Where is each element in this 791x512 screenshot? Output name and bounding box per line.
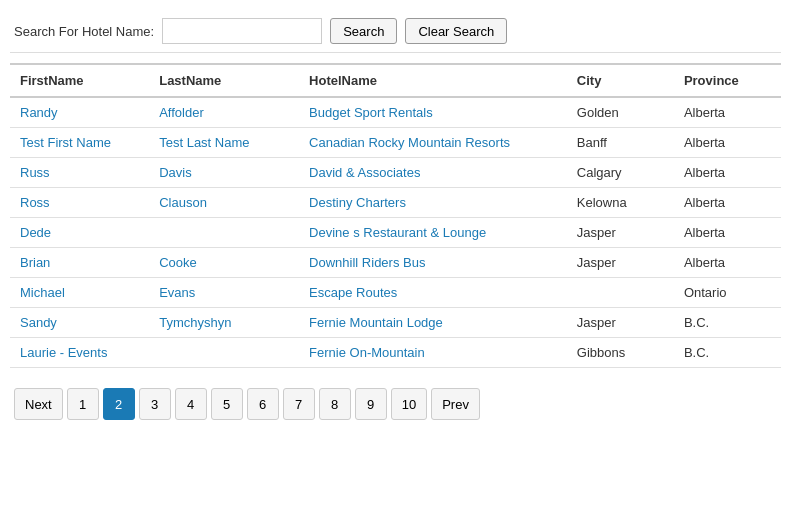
cell-province: Alberta: [674, 128, 781, 158]
table-row: Test First NameTest Last NameCanadian Ro…: [10, 128, 781, 158]
cell-province: Ontario: [674, 278, 781, 308]
cell-lastname[interactable]: Tymchyshyn: [149, 308, 299, 338]
clear-search-button[interactable]: Clear Search: [405, 18, 507, 44]
cell-hotelname[interactable]: Budget Sport Rentals: [299, 97, 567, 128]
pagination-next[interactable]: Next: [14, 388, 63, 420]
cell-province: Alberta: [674, 248, 781, 278]
col-header-firstname: FirstName: [10, 64, 149, 97]
search-input[interactable]: [162, 18, 322, 44]
cell-firstname[interactable]: Laurie - Events: [10, 338, 149, 368]
cell-lastname[interactable]: Davis: [149, 158, 299, 188]
cell-lastname[interactable]: Test Last Name: [149, 128, 299, 158]
search-button[interactable]: Search: [330, 18, 397, 44]
cell-province: Alberta: [674, 188, 781, 218]
pagination-page-9[interactable]: 9: [355, 388, 387, 420]
cell-firstname[interactable]: Russ: [10, 158, 149, 188]
cell-firstname[interactable]: Brian: [10, 248, 149, 278]
cell-hotelname[interactable]: Fernie On-Mountain: [299, 338, 567, 368]
cell-lastname[interactable]: Evans: [149, 278, 299, 308]
cell-city: Gibbons: [567, 338, 674, 368]
cell-hotelname[interactable]: Devine s Restaurant & Lounge: [299, 218, 567, 248]
cell-city: Calgary: [567, 158, 674, 188]
col-header-city: City: [567, 64, 674, 97]
pagination-page-3[interactable]: 3: [139, 388, 171, 420]
cell-lastname[interactable]: Cooke: [149, 248, 299, 278]
table-row: BrianCookeDownhill Riders BusJasperAlber…: [10, 248, 781, 278]
table-row: RossClausonDestiny ChartersKelownaAlbert…: [10, 188, 781, 218]
col-header-hotelname: HotelName: [299, 64, 567, 97]
cell-city: Jasper: [567, 218, 674, 248]
pagination-page-1[interactable]: 1: [67, 388, 99, 420]
cell-city: [567, 278, 674, 308]
cell-lastname[interactable]: Affolder: [149, 97, 299, 128]
cell-firstname[interactable]: Randy: [10, 97, 149, 128]
table-row: Laurie - EventsFernie On-MountainGibbons…: [10, 338, 781, 368]
cell-firstname[interactable]: Test First Name: [10, 128, 149, 158]
table-row: DedeDevine s Restaurant & LoungeJasperAl…: [10, 218, 781, 248]
search-label: Search For Hotel Name:: [14, 24, 154, 39]
cell-hotelname[interactable]: Canadian Rocky Mountain Resorts: [299, 128, 567, 158]
cell-hotelname[interactable]: Escape Routes: [299, 278, 567, 308]
hotel-table: FirstName LastName HotelName City Provin…: [10, 63, 781, 368]
cell-hotelname[interactable]: Destiny Charters: [299, 188, 567, 218]
col-header-lastname: LastName: [149, 64, 299, 97]
cell-city: Jasper: [567, 248, 674, 278]
cell-hotelname[interactable]: Downhill Riders Bus: [299, 248, 567, 278]
pagination-page-8[interactable]: 8: [319, 388, 351, 420]
cell-province: B.C.: [674, 308, 781, 338]
cell-city: Banff: [567, 128, 674, 158]
col-header-province: Province: [674, 64, 781, 97]
table-row: RandyAffolderBudget Sport RentalsGoldenA…: [10, 97, 781, 128]
pagination-page-4[interactable]: 4: [175, 388, 207, 420]
cell-lastname[interactable]: Clauson: [149, 188, 299, 218]
pagination-page-2[interactable]: 2: [103, 388, 135, 420]
table-row: MichaelEvansEscape RoutesOntario: [10, 278, 781, 308]
cell-province: B.C.: [674, 338, 781, 368]
cell-province: Alberta: [674, 97, 781, 128]
cell-city: Kelowna: [567, 188, 674, 218]
cell-province: Alberta: [674, 218, 781, 248]
table-row: RussDavisDavid & AssociatesCalgaryAlbert…: [10, 158, 781, 188]
table-header-row: FirstName LastName HotelName City Provin…: [10, 64, 781, 97]
cell-lastname: [149, 218, 299, 248]
cell-lastname: [149, 338, 299, 368]
cell-firstname[interactable]: Dede: [10, 218, 149, 248]
cell-firstname[interactable]: Sandy: [10, 308, 149, 338]
pagination-page-6[interactable]: 6: [247, 388, 279, 420]
search-bar: Search For Hotel Name: Search Clear Sear…: [10, 10, 781, 53]
pagination-page-7[interactable]: 7: [283, 388, 315, 420]
pagination-page-10[interactable]: 10: [391, 388, 427, 420]
pagination: Next12345678910Prev: [10, 382, 781, 426]
cell-firstname[interactable]: Michael: [10, 278, 149, 308]
cell-province: Alberta: [674, 158, 781, 188]
cell-firstname[interactable]: Ross: [10, 188, 149, 218]
cell-city: Golden: [567, 97, 674, 128]
pagination-prev[interactable]: Prev: [431, 388, 480, 420]
cell-hotelname[interactable]: Fernie Mountain Lodge: [299, 308, 567, 338]
cell-hotelname[interactable]: David & Associates: [299, 158, 567, 188]
table-row: SandyTymchyshynFernie Mountain LodgeJasp…: [10, 308, 781, 338]
pagination-page-5[interactable]: 5: [211, 388, 243, 420]
cell-city: Jasper: [567, 308, 674, 338]
